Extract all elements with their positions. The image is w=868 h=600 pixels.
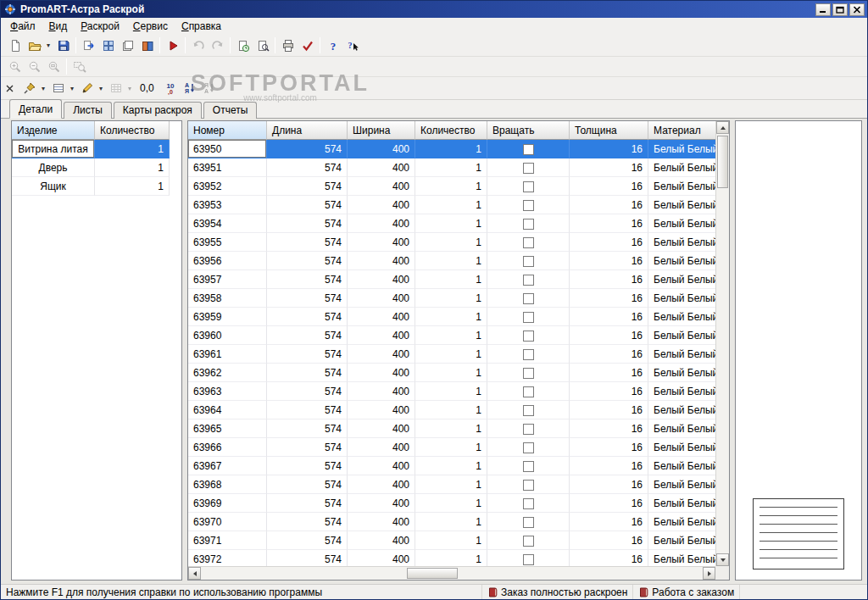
parts-cell-material[interactable]: Белый Белый: [648, 457, 715, 475]
open-file-button[interactable]: [25, 36, 44, 55]
parts-cell-rotate[interactable]: [487, 513, 570, 531]
toolbar-close-icon[interactable]: [3, 82, 16, 95]
parts-cell-length[interactable]: 574: [267, 326, 348, 345]
parts-header-rotate[interactable]: Вращать: [487, 121, 570, 140]
parts-cell-thickness[interactable]: 16: [570, 196, 648, 214]
parts-cell-rotate[interactable]: [487, 214, 570, 233]
vertical-scrollbar[interactable]: [715, 121, 729, 566]
parts-cell-quantity[interactable]: 1: [415, 550, 487, 566]
scroll-down-button[interactable]: [716, 553, 729, 566]
parts-cell-material[interactable]: Белый Белый: [648, 419, 715, 438]
parts-cell-length[interactable]: 574: [267, 158, 348, 177]
parts-cell-length[interactable]: 574: [267, 345, 348, 364]
parts-cell-length[interactable]: 574: [267, 289, 348, 308]
parts-cell-width[interactable]: 400: [348, 419, 415, 438]
parts-cell-width[interactable]: 400: [348, 475, 415, 494]
parts-cell-length[interactable]: 574: [267, 382, 348, 401]
pen-dropdown-icon[interactable]: ▾: [97, 79, 105, 97]
parts-cell-width[interactable]: 400: [348, 457, 415, 475]
parts-cell-length[interactable]: 574: [267, 270, 348, 289]
parts-cell-number[interactable]: 63957: [188, 270, 267, 289]
parts-cell-length[interactable]: 574: [267, 252, 348, 270]
parts-cell-thickness[interactable]: 16: [570, 550, 648, 566]
report-page-button[interactable]: [233, 36, 253, 55]
rotate-checkbox[interactable]: [523, 275, 534, 286]
parts-cell-length[interactable]: 574: [267, 457, 348, 475]
parts-cell-number[interactable]: 63965: [188, 419, 267, 438]
check-order-button[interactable]: [298, 36, 317, 55]
parts-cell-number[interactable]: 63966: [188, 438, 267, 457]
context-help-button[interactable]: ?: [342, 36, 362, 55]
parts-cell-thickness[interactable]: 16: [570, 382, 648, 401]
parts-cell-thickness[interactable]: 16: [570, 457, 648, 475]
rotate-checkbox[interactable]: [523, 312, 534, 323]
parts-cell-length[interactable]: 574: [267, 308, 348, 326]
rotate-checkbox[interactable]: [523, 498, 534, 509]
parts-cell-rotate[interactable]: [487, 252, 570, 270]
parts-row[interactable]: 63957574400116Белый Белый: [188, 270, 715, 289]
parts-cell-number[interactable]: 63962: [188, 364, 267, 382]
parts-cell-length[interactable]: 574: [267, 419, 348, 438]
parts-cell-length[interactable]: 574: [267, 177, 348, 196]
parts-cell-quantity[interactable]: 1: [415, 531, 487, 550]
parts-cell-material[interactable]: Белый Белый: [648, 289, 715, 308]
products-cell-quantity[interactable]: 1: [95, 158, 170, 177]
scroll-left-button[interactable]: [188, 567, 201, 580]
parts-cell-thickness[interactable]: 16: [570, 140, 648, 158]
parts-cell-width[interactable]: 400: [348, 382, 415, 401]
parts-row[interactable]: 63966574400116Белый Белый: [188, 438, 715, 457]
parts-cell-length[interactable]: 574: [267, 233, 348, 252]
print-preview-button[interactable]: [253, 36, 272, 55]
decimal-precision-button[interactable]: 10,0: [161, 79, 181, 97]
rotate-checkbox[interactable]: [523, 200, 534, 211]
scroll-up-button[interactable]: [716, 121, 729, 134]
products-cell-quantity[interactable]: 1: [95, 177, 170, 196]
parts-cell-length[interactable]: 574: [267, 550, 348, 566]
parts-cell-number[interactable]: 63971: [188, 531, 267, 550]
parts-cell-material[interactable]: Белый Белый: [648, 401, 715, 419]
parts-cell-material[interactable]: Белый Белый: [648, 233, 715, 252]
rotate-checkbox[interactable]: [523, 424, 534, 435]
parts-row[interactable]: 63969574400116Белый Белый: [188, 494, 715, 513]
new-document-button[interactable]: [5, 36, 25, 55]
parts-cell-rotate[interactable]: [487, 550, 570, 566]
parts-cell-rotate[interactable]: [487, 233, 570, 252]
parts-row[interactable]: 63960574400116Белый Белый: [188, 326, 715, 345]
parts-cell-quantity[interactable]: 1: [415, 419, 487, 438]
parts-cell-number[interactable]: 63960: [188, 326, 267, 345]
parts-cell-rotate[interactable]: [487, 531, 570, 550]
parts-cell-material[interactable]: Белый Белый: [648, 475, 715, 494]
parts-cell-number[interactable]: 63961: [188, 345, 267, 364]
tab-details[interactable]: Детали: [9, 99, 62, 119]
rotate-checkbox[interactable]: [523, 554, 534, 565]
parts-cell-quantity[interactable]: 1: [415, 140, 487, 158]
parts-cell-width[interactable]: 400: [348, 233, 415, 252]
parts-cell-thickness[interactable]: 16: [570, 494, 648, 513]
rotate-checkbox[interactable]: [523, 442, 534, 453]
horizontal-scroll-thumb[interactable]: [407, 568, 458, 579]
parts-cell-quantity[interactable]: 1: [415, 438, 487, 457]
rotate-checkbox[interactable]: [523, 386, 534, 397]
parts-cell-length[interactable]: 574: [267, 531, 348, 550]
scroll-right-button[interactable]: [703, 567, 715, 580]
rotate-checkbox[interactable]: [523, 181, 534, 192]
products-row[interactable]: Дверь1: [12, 158, 170, 177]
parts-cell-number[interactable]: 63958: [188, 289, 267, 308]
parts-cell-width[interactable]: 400: [348, 513, 415, 531]
parts-cell-number[interactable]: 63964: [188, 401, 267, 419]
parts-row[interactable]: 63954574400116Белый Белый: [188, 214, 715, 233]
parts-cell-number[interactable]: 63955: [188, 233, 267, 252]
parts-row[interactable]: 63970574400116Белый Белый: [188, 513, 715, 531]
parts-row[interactable]: 63952574400116Белый Белый: [188, 177, 715, 196]
horizontal-scrollbar[interactable]: [188, 566, 715, 580]
parts-cell-width[interactable]: 400: [348, 196, 415, 214]
parts-cell-number[interactable]: 63956: [188, 252, 267, 270]
parts-cell-rotate[interactable]: [487, 401, 570, 419]
parts-header-length[interactable]: Длина: [267, 121, 348, 140]
help-button[interactable]: ?: [323, 36, 342, 55]
parts-row[interactable]: 63953574400116Белый Белый: [188, 196, 715, 214]
parts-row[interactable]: 63962574400116Белый Белый: [188, 364, 715, 382]
pin-dropdown-icon[interactable]: ▾: [39, 79, 47, 97]
parts-cell-width[interactable]: 400: [348, 252, 415, 270]
parts-cell-material[interactable]: Белый Белый: [648, 196, 715, 214]
